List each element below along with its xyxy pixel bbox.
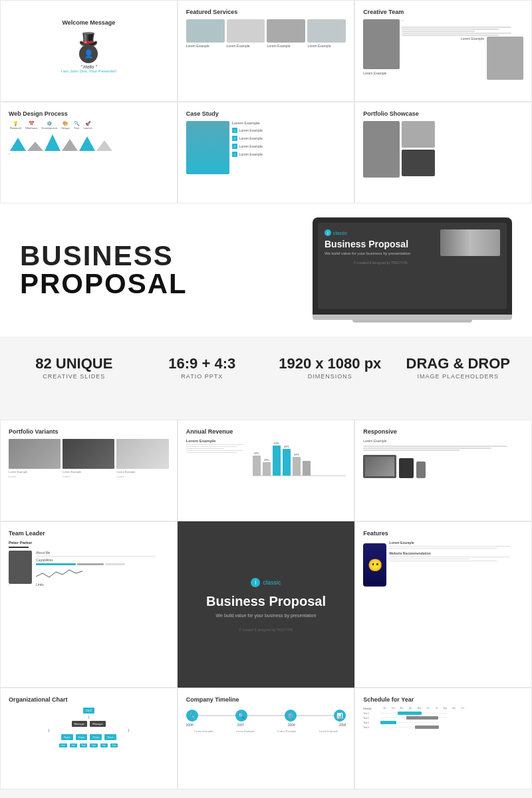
laptop-content: i classic Business Proposal We build val… [325, 229, 500, 265]
service-item-4: Lorem Example [307, 19, 346, 48]
step-label-2: Wireframe [25, 126, 37, 130]
bar-pct-4: 44% [284, 445, 289, 448]
case-study-inner: Lorem Example ✓ Lorem Example ✓ Lorem Ex… [186, 121, 346, 174]
step-label-1: Research [10, 126, 21, 130]
sched-row-1: Task 1 [363, 712, 523, 715]
avatar: 👤 [79, 45, 98, 63]
chart-baseline [253, 475, 346, 476]
showcase-stack [402, 121, 435, 178]
timeline-label-1: Lorem Example [186, 730, 221, 733]
team-lorem [402, 27, 523, 36]
step-icon-5: 🔍 [74, 121, 80, 126]
timeline-dot-4: 📊 [334, 710, 346, 722]
quote-bottom: " [9, 153, 169, 157]
case-item-3: ✓ Lorem Example [232, 144, 346, 149]
capabilities-label: Capabilities [36, 558, 169, 562]
team-photos: Lorem Example [363, 19, 400, 80]
step-icon-1: 💡 [13, 121, 19, 126]
presenter-text: I am John Doe, Your Presenter! [61, 69, 116, 73]
sched-month-2: Feb [389, 707, 397, 710]
service-label-2: Lorem Example [227, 44, 265, 48]
slide-org-chart: Organizational Chart CEO Manager Manager… [0, 688, 178, 789]
year-3: 2008 [288, 723, 295, 727]
laptop-subtext: We build value for your business by pres… [325, 251, 437, 255]
cap-bar-2 [77, 563, 104, 565]
promo-line1: BUSINESS [20, 242, 299, 270]
sched-row-label-1: Task 1 [363, 712, 380, 715]
variant-sub-1: Lorem [9, 475, 61, 478]
sched-month-1: Jan [380, 707, 388, 710]
timeline-years: 2006 2007 2008 2009 [186, 723, 346, 727]
bar-3: 49% [273, 442, 281, 475]
cap-bar-1 [36, 563, 76, 565]
sched-month-10: Oct [458, 707, 466, 710]
bar-pct-2: 28% [264, 458, 269, 462]
revenue-chart: 34% 28% 49% 44% [253, 439, 346, 476]
sched-bar-1 [398, 712, 422, 715]
slide-title-services: Featured Services [186, 9, 346, 15]
slide-welcome: Welcome Message 🎩 👤 " Hello " I am John … [0, 0, 178, 102]
revenue-text: Lorem Example [186, 439, 250, 476]
spacer-1 [0, 400, 532, 420]
variant-img-3 [116, 439, 168, 469]
team-photo-2 [487, 37, 523, 80]
org-connectors-2 [9, 729, 169, 732]
stat-label-dimensions: DIMENSIONS [308, 373, 352, 380]
timeline-label-2: Lorem Example [227, 730, 263, 733]
slide-title-timeline: Company Timeline [186, 696, 346, 703]
arch-visual [440, 229, 500, 256]
links-label: Links [36, 583, 169, 587]
laptop-mockup: i classic Business Proposal We build val… [313, 217, 512, 323]
org-box-l4-1: Sub [59, 743, 66, 747]
sched-row-4: Task 4 [363, 726, 523, 729]
bar-rect-3 [273, 446, 281, 475]
variant-label-3: Lorem Example [116, 470, 168, 473]
step-1: 💡 Research [10, 121, 21, 130]
service-label-3: Lorem Example [267, 44, 305, 48]
year-2: 2007 [237, 723, 244, 727]
mountain-5 [79, 136, 95, 151]
leader-name: Peter Parker [9, 541, 169, 545]
mountain-3 [45, 134, 61, 151]
slide-annual-revenue: Annual Revenue Lorem Example 34% 28% [178, 420, 355, 521]
stat-number-slides: 82 UNIQUE [35, 356, 112, 371]
responsive-devices [363, 455, 523, 478]
step-icon-3: ⚙️ [47, 121, 53, 126]
variant-label-1: Lorem Example [9, 470, 61, 473]
case-label: Lorem Example [232, 121, 346, 125]
stat-number-ratio: 16:9 + 4:3 [168, 356, 235, 371]
laptop-screen-inner: i classic Business Proposal We build val… [318, 223, 507, 309]
schedule-content: Details Jan Feb Mar Apr May Jun Jul Aug … [363, 707, 523, 730]
case-item-4: ✓ Lorem Example [232, 152, 346, 157]
sched-month-5: May [415, 707, 423, 710]
face-emoji: 😶 [368, 558, 382, 573]
variant-img-2 [63, 439, 114, 469]
bar-chart: 34% 28% 49% 44% [253, 439, 346, 475]
case-text-1: Lorem Example [239, 128, 263, 132]
slide-grid-row1: Welcome Message 🎩 👤 " Hello " I am John … [0, 0, 532, 102]
timeline-dot-3: ⚙️ [285, 710, 297, 722]
org-box-l4-3: Sub [80, 743, 87, 747]
mountain-4 [62, 139, 78, 151]
showcase-bottom [402, 150, 435, 176]
services-grid: Lorem Example Lorem Example Lorem Exampl… [186, 19, 346, 48]
responsive-label: Lorem Example [363, 439, 523, 443]
responsive-lorem [363, 446, 523, 451]
variant-sub-3: Lorem [116, 475, 168, 478]
timeline-dot-1: 🔧 [186, 710, 198, 722]
service-item-2: Lorem Example [227, 19, 265, 48]
mountain-chart [9, 131, 169, 151]
showcase-tall [363, 121, 400, 178]
brand-name: classic [333, 231, 347, 235]
bar-6 [303, 460, 311, 475]
showcase-top [402, 121, 435, 148]
mountain-1 [10, 138, 26, 151]
team-content: " Lorem Example [402, 19, 523, 80]
service-img-3 [267, 19, 305, 43]
slide-team-leader: Team Leader Peter Parker " About Me Capa… [0, 521, 178, 688]
sched-bar-3 [380, 721, 396, 724]
laptop-brand: i classic [325, 229, 437, 236]
features-text: Lorem Example Website Recommendation [389, 541, 523, 563]
step-6: 🚀 Launch [84, 121, 92, 130]
case-img [186, 121, 229, 174]
